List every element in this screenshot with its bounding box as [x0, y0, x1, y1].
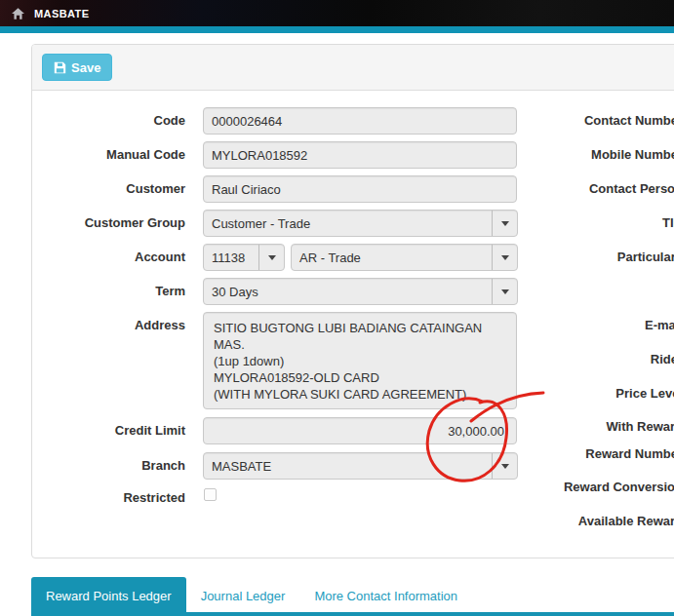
top-navbar: MASBATE	[0, 0, 674, 26]
chevron-down-icon	[268, 255, 276, 260]
manual-code-label: Manual Code	[0, 147, 185, 163]
breadcrumb-branch[interactable]: MASBATE	[34, 8, 89, 19]
chevron-down-icon	[501, 289, 509, 294]
reward-number-label: Reward Number	[390, 446, 674, 462]
bottom-tab-bar: Reward Points Ledger Journal Ledger More…	[31, 577, 472, 616]
address-label: Address	[0, 318, 185, 333]
panel-toolbar: Save	[32, 45, 674, 91]
home-icon[interactable]	[12, 8, 24, 19]
credit-limit-label: Credit Limit	[0, 423, 185, 439]
account-code-select[interactable]: 11138	[203, 244, 285, 271]
tab-journal-ledger[interactable]: Journal Ledger	[186, 577, 300, 616]
tin-label: TIN	[390, 215, 674, 231]
rider-label: Rider	[390, 352, 674, 367]
term-select[interactable]: 30 Days	[203, 278, 518, 305]
price-level-label: Price Level	[390, 386, 674, 402]
customer-form-page: MASBATE Save Code Manual Code Customer C…	[0, 0, 674, 616]
save-button[interactable]: Save	[42, 54, 112, 81]
save-button-label: Save	[71, 60, 100, 75]
customer-group-label: Customer Group	[0, 215, 185, 231]
reward-conversion-label: Reward Conversion	[390, 480, 674, 495]
chevron-down-icon	[501, 464, 509, 469]
contact-number-label: Contact Number	[390, 113, 674, 129]
branch-label: Branch	[0, 458, 185, 474]
term-value: 30 Days	[204, 279, 492, 304]
available-reward-label: Available Reward	[390, 514, 674, 529]
email-label: E-mail	[390, 318, 674, 333]
mobile-number-label: Mobile Number	[390, 147, 674, 163]
tab-reward-points-ledger[interactable]: Reward Points Ledger	[31, 577, 186, 616]
account-label: Account	[0, 250, 185, 265]
with-reward-label: With Reward	[390, 419, 674, 435]
contact-person-label: Contact Person	[390, 181, 674, 197]
code-label: Code	[0, 113, 185, 129]
restricted-checkbox[interactable]	[204, 488, 217, 501]
account-code-value: 11138	[204, 245, 258, 270]
save-icon	[54, 61, 66, 74]
account-code-dropdown-button[interactable]	[258, 245, 284, 270]
term-label: Term	[0, 284, 185, 299]
particulars-label: Particulars	[390, 250, 674, 265]
tab-more-contact-information[interactable]: More Contact Information	[299, 577, 472, 616]
accent-bar	[0, 26, 674, 33]
restricted-label: Restricted	[0, 490, 185, 506]
term-dropdown-button[interactable]	[492, 279, 517, 304]
customer-label: Customer	[0, 181, 185, 197]
